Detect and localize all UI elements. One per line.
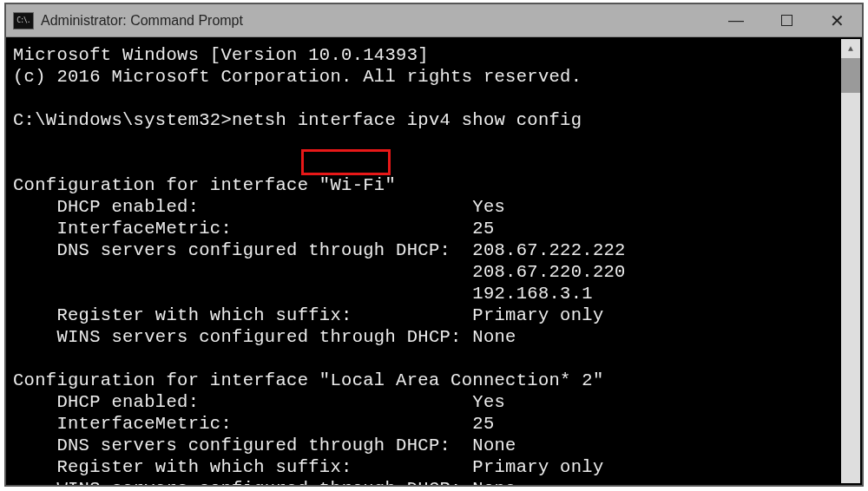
cmd-icon: C:\.: [13, 12, 34, 29]
close-button[interactable]: ✕: [812, 4, 862, 36]
scroll-up-arrow-icon[interactable]: ▲: [841, 39, 860, 58]
iface2-register: Register with which suffix: Primary only: [13, 457, 604, 477]
iface1-dhcp: DHCP enabled: Yes: [13, 197, 505, 217]
iface1-dns1: DNS servers configured through DHCP: 208…: [13, 240, 626, 260]
title-bar[interactable]: C:\. Administrator: Command Prompt — ✕: [6, 4, 862, 37]
command-text: netsh interface ipv4 show config: [232, 110, 582, 130]
iface2-dns: DNS servers configured through DHCP: Non…: [13, 435, 516, 455]
maximize-button[interactable]: [761, 4, 812, 36]
iface2-dhcp: DHCP enabled: Yes: [13, 392, 505, 412]
scrollbar-thumb[interactable]: [841, 58, 860, 93]
iface2-header: Configuration for interface "Local Area …: [13, 370, 604, 390]
iface1-header-pre: Configuration for interface: [13, 175, 319, 195]
window-controls: — ✕: [711, 4, 862, 36]
iface1-dns3: 192.168.3.1: [13, 284, 593, 304]
iface1-register: Register with which suffix: Primary only: [13, 305, 604, 325]
iface1-metric: InterfaceMetric: 25: [13, 219, 495, 239]
os-version-line: Microsoft Windows [Version 10.0.14393]: [13, 45, 429, 65]
terminal-output[interactable]: Microsoft Windows [Version 10.0.14393] (…: [6, 37, 862, 485]
copyright-line: (c) 2016 Microsoft Corporation. All righ…: [13, 67, 582, 87]
vertical-scrollbar[interactable]: ▲: [841, 39, 860, 483]
iface2-wins: WINS servers configured through DHCP: No…: [13, 479, 516, 485]
prompt-text: C:\Windows\system32>: [13, 110, 232, 130]
iface2-metric: InterfaceMetric: 25: [13, 414, 495, 434]
iface1-dns2: 208.67.220.220: [13, 262, 626, 282]
highlight-annotation: [301, 149, 391, 175]
command-prompt-window: C:\. Administrator: Command Prompt — ✕ M…: [4, 3, 864, 487]
iface1-name: "Wi-Fi": [319, 175, 396, 195]
window-title: Administrator: Command Prompt: [41, 13, 243, 29]
iface1-wins: WINS servers configured through DHCP: No…: [13, 327, 516, 347]
minimize-button[interactable]: —: [711, 4, 761, 36]
